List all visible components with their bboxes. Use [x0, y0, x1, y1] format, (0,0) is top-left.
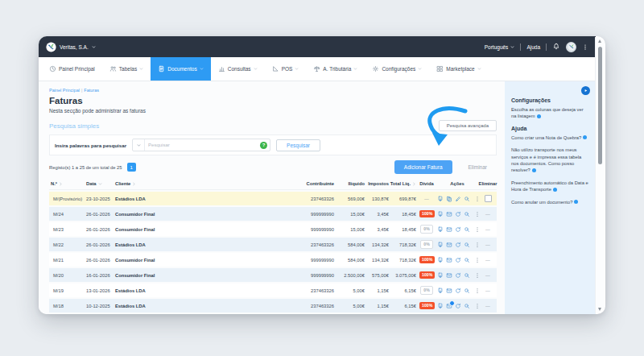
magnifier-icon[interactable] — [464, 272, 470, 279]
nav-item-pos[interactable]: POS — [265, 57, 307, 81]
refresh-icon[interactable] — [455, 257, 461, 263]
company-menu[interactable]: Veritas, S.A. — [46, 42, 96, 52]
search-type-select[interactable] — [133, 139, 145, 151]
refresh-icon[interactable] — [455, 211, 461, 217]
pdf-icon[interactable] — [437, 211, 444, 217]
more-icon[interactable] — [474, 196, 481, 202]
envelope-icon[interactable] — [446, 226, 452, 233]
cell-debt: 100% — [418, 256, 436, 263]
cell-number: M/24 — [49, 212, 85, 217]
language-selector[interactable]: Português — [485, 44, 515, 50]
cell-actions — [436, 226, 479, 233]
column-header-impostos: Impostos — [366, 181, 390, 186]
cell-vat: 237463326 — [275, 242, 336, 247]
pdf-icon[interactable] — [437, 272, 444, 279]
edit-icon[interactable] — [455, 196, 461, 202]
delete-checkbox[interactable] — [485, 195, 492, 202]
pdf-icon[interactable] — [437, 226, 444, 233]
chevron-down-icon — [92, 45, 96, 49]
refresh-icon[interactable] — [455, 272, 461, 279]
delete-empty: — — [485, 242, 490, 247]
nav-item-documentos[interactable]: Documentos — [151, 57, 211, 81]
cell-vat: 237463326 — [275, 304, 336, 308]
column-header-cliente[interactable]: Cliente — [114, 181, 275, 186]
pdf-icon[interactable] — [437, 257, 444, 263]
refresh-icon[interactable] — [455, 242, 461, 248]
nav-item-tabelas[interactable]: Tabelas — [102, 57, 151, 81]
sidebar-link[interactable]: Não utilizo transporte nos meus serviços… — [511, 147, 589, 174]
table-body: M/(Provisório)23-10-2025Estádios LDA2374… — [49, 192, 497, 313]
pdf-icon[interactable] — [437, 196, 444, 202]
nav-item-consultas[interactable]: Consultas — [211, 57, 265, 81]
scrollbar-thumb[interactable] — [598, 47, 602, 164]
more-icon[interactable] — [474, 257, 481, 263]
search-help-icon[interactable]: ? — [260, 142, 267, 149]
cell-taxes: 1,15€ — [366, 304, 390, 308]
refresh-icon[interactable] — [455, 303, 461, 309]
magnifier-icon[interactable] — [464, 288, 470, 294]
breadcrumb-current[interactable]: Faturas — [84, 88, 99, 93]
search-input[interactable] — [145, 143, 260, 147]
sidebar-link[interactable]: Preenchimento automático da Data e Hora … — [511, 180, 589, 193]
company-name: Veritas, S.A. — [60, 44, 89, 50]
scroll-down-arrow[interactable] — [598, 308, 601, 311]
play-tour-button[interactable] — [581, 86, 590, 95]
envelope-icon[interactable] — [446, 257, 452, 263]
magnifier-icon[interactable] — [464, 211, 470, 217]
pdf-icon[interactable] — [437, 288, 444, 294]
cell-delete: — — [479, 258, 497, 263]
pdf-icon[interactable] — [437, 242, 444, 248]
magnifier-icon[interactable] — [464, 242, 470, 248]
column-header-acoes: Ações — [436, 181, 479, 186]
breadcrumb-home[interactable]: Painel Principal — [49, 88, 80, 93]
cell-client: Consumidor Final — [114, 258, 275, 263]
magnifier-icon[interactable] — [464, 196, 470, 202]
envelope-icon[interactable] — [446, 211, 452, 217]
more-icon[interactable] — [474, 288, 481, 294]
more-icon[interactable] — [474, 211, 481, 217]
more-icon[interactable] — [474, 303, 481, 309]
pdf-icon[interactable] — [437, 303, 444, 309]
cell-debt: 100% — [418, 302, 436, 309]
nav-item-painel-principal[interactable]: Painel Principal — [42, 57, 102, 81]
envelope-icon[interactable] — [446, 272, 452, 279]
column-header-total-liq[interactable]: Total Líq. — [390, 181, 418, 186]
sidebar-settings-title: Configurações — [511, 97, 589, 103]
envelope-icon[interactable] — [446, 303, 452, 309]
search-button[interactable]: Pesquisar — [276, 139, 320, 151]
nav-item-a-tributaria[interactable]: A. Tributária — [306, 57, 365, 81]
copy-icon[interactable] — [446, 196, 452, 202]
pagination-page-1[interactable]: 1 — [127, 163, 136, 172]
advanced-search-button[interactable]: Pesquisa avançada — [439, 120, 497, 131]
sidebar-link[interactable]: Escolha as colunas que deseja ver na lis… — [511, 106, 589, 120]
chevron-down-icon — [200, 67, 204, 71]
more-menu-icon[interactable] — [582, 43, 588, 52]
column-label: Ilíquido — [348, 181, 365, 186]
sidebar-link[interactable]: Como anular um documento? — [511, 199, 589, 205]
envelope-icon[interactable] — [446, 242, 452, 248]
nav-item-marketplace[interactable]: Marketplace — [429, 57, 488, 81]
envelope-icon[interactable] — [446, 288, 452, 294]
help-link[interactable]: Ajuda — [526, 44, 540, 50]
bell-icon[interactable] — [552, 43, 560, 51]
column-header-n[interactable]: N.º — [49, 181, 85, 186]
refresh-icon[interactable] — [455, 226, 461, 233]
magnifier-icon[interactable] — [464, 303, 470, 309]
cell-taxes: 130,87€ — [366, 197, 390, 201]
more-icon[interactable] — [474, 226, 481, 233]
cell-taxes: 134,32€ — [366, 242, 390, 247]
add-invoice-button[interactable]: Adicionar Fatura — [394, 160, 452, 174]
magnifier-icon[interactable] — [464, 257, 470, 263]
magnifier-icon[interactable] — [464, 226, 470, 233]
refresh-icon[interactable] — [455, 288, 461, 294]
sidebar-link[interactable]: Como criar uma Nota de Quebra? — [511, 135, 589, 141]
delete-button[interactable]: Eliminar — [464, 164, 492, 171]
more-icon[interactable] — [474, 272, 481, 279]
more-icon[interactable] — [474, 242, 481, 248]
simple-search-title: Pesquisa simples — [49, 122, 99, 130]
nav-item-configuracoes[interactable]: Configurações — [365, 57, 429, 81]
scroll-up-arrow[interactable] — [598, 39, 601, 43]
user-avatar[interactable] — [566, 42, 576, 52]
cell-date: 26-01-2026 — [85, 258, 114, 263]
column-header-data[interactable]: Data — [85, 181, 114, 186]
